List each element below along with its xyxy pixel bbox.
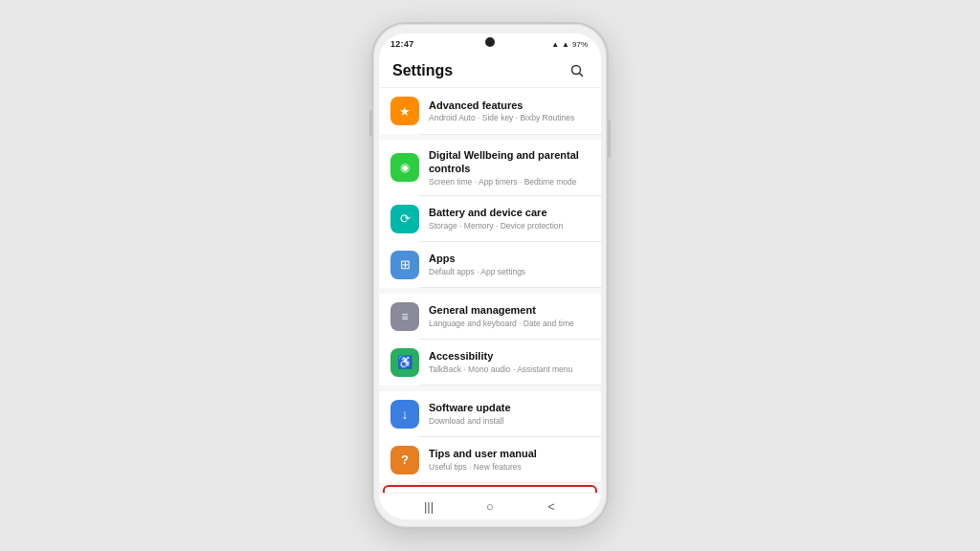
software-update-subtitle: Download and install [429, 416, 590, 427]
settings-item-apps[interactable]: ⊞ Apps Default apps · App settings [379, 242, 601, 288]
advanced-features-title: Advanced features [429, 99, 590, 112]
settings-list: ★ Advanced features Android Auto · Side … [379, 88, 601, 493]
accessibility-title: Accessibility [429, 349, 590, 363]
signal-icon: ▲ [551, 40, 559, 49]
settings-title: Settings [392, 62, 453, 79]
general-management-title: General management [429, 303, 590, 317]
battery-text: 97% [572, 40, 588, 49]
apps-icon: ⊞ [390, 251, 419, 279]
tips-title: Tips and user manual [429, 447, 590, 460]
advanced-features-icon: ★ [390, 97, 419, 125]
nav-back-button[interactable]: ||| [415, 499, 442, 514]
settings-item-digital-wellbeing[interactable]: ◉ Digital Wellbeing and parental control… [379, 140, 601, 196]
nav-home-button[interactable]: ○ [477, 499, 503, 514]
tips-icon: ? [390, 446, 419, 474]
advanced-features-subtitle: Android Auto · Side key · Bixby Routines [429, 113, 590, 123]
search-button[interactable] [567, 60, 588, 81]
phone-screen: 12:47 ▲ ▲ 97% Settings ★ [379, 33, 601, 519]
software-update-icon: ↓ [390, 400, 419, 429]
nav-recent-button[interactable]: < [538, 499, 565, 514]
battery-subtitle: Storage · Memory · Device protection [429, 221, 590, 231]
wifi-icon: ▲ [562, 40, 569, 49]
accessibility-icon: ♿ [390, 348, 419, 377]
settings-item-tips[interactable]: ? Tips and user manual Useful tips · New… [379, 437, 601, 483]
general-management-subtitle: Language and keyboard · Date and time [429, 319, 590, 329]
camera-notch [485, 37, 495, 47]
apps-title: Apps [429, 252, 590, 265]
battery-icon: ⟳ [390, 205, 419, 233]
settings-item-software-update[interactable]: ↓ Software update Download and install [379, 391, 601, 437]
settings-header: Settings [379, 55, 601, 88]
battery-title: Battery and device care [429, 206, 590, 219]
status-time: 12:47 [390, 39, 414, 49]
digital-wellbeing-title: Digital Wellbeing and parental controls [429, 148, 590, 176]
svg-line-1 [580, 74, 583, 77]
general-management-icon: ≡ [390, 302, 419, 331]
phone-frame: 12:47 ▲ ▲ 97% Settings ★ [371, 22, 609, 529]
digital-wellbeing-icon: ◉ [390, 153, 419, 182]
settings-item-general-management[interactable]: ≡ General management Language and keyboa… [379, 294, 601, 340]
digital-wellbeing-subtitle: Screen time · App timers · Bedtime mode [429, 177, 590, 187]
tips-subtitle: Useful tips · New features [429, 462, 590, 473]
accessibility-subtitle: TalkBack · Mono audio · Assistant menu [429, 364, 590, 375]
apps-subtitle: Default apps · App settings [429, 267, 590, 277]
settings-item-battery[interactable]: ⟳ Battery and device care Storage · Memo… [379, 196, 601, 242]
settings-item-advanced-features[interactable]: ★ Advanced features Android Auto · Side … [379, 88, 601, 134]
software-update-title: Software update [429, 401, 590, 414]
settings-item-about-phone[interactable]: ℹ About phone Status · Legal information… [383, 485, 597, 493]
status-bar: 12:47 ▲ ▲ 97% [379, 33, 601, 55]
nav-bar: ||| ○ < [379, 493, 601, 519]
status-icons: ▲ ▲ 97% [551, 40, 588, 49]
settings-item-accessibility[interactable]: ♿ Accessibility TalkBack · Mono audio · … [379, 340, 601, 386]
